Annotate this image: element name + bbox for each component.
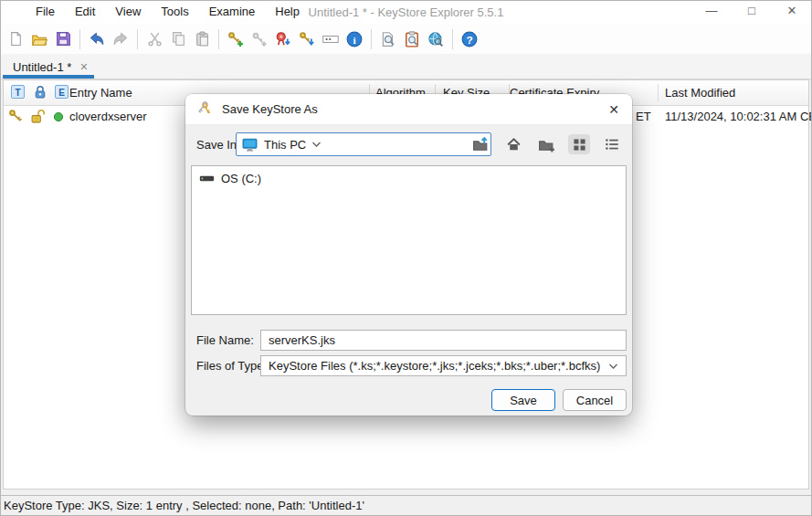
- gold-keys-plus-icon: [227, 31, 244, 47]
- last-modified-cell: 11/13/2024, 10:02:31 AM CET: [665, 106, 812, 128]
- list-view-button[interactable]: [601, 134, 623, 154]
- password-field-icon: [322, 32, 340, 47]
- sign-seal-button[interactable]: [271, 27, 295, 51]
- cancel-button-label: Cancel: [576, 394, 613, 407]
- help-icon: ?: [461, 31, 478, 47]
- dialog-title: Save KeyStore As: [222, 102, 318, 116]
- save-in-label: Save In:: [196, 138, 240, 152]
- import-key-pair-button[interactable]: [248, 27, 271, 51]
- set-password-button[interactable]: [319, 27, 343, 51]
- files-of-type-value: KeyStore Files (*.ks;*.keystore;*.jks;*.…: [269, 359, 600, 373]
- toolbar-separator: [79, 29, 80, 49]
- chevron-down-icon: [608, 363, 618, 370]
- examine-file-button[interactable]: [376, 27, 400, 51]
- dialog-toolbar: [469, 134, 623, 154]
- toolbar-separator: [371, 29, 372, 49]
- file-list-panel[interactable]: OS (C:): [191, 165, 627, 315]
- files-of-type-label: Files of Type:: [196, 359, 267, 373]
- properties-button[interactable]: i: [343, 27, 366, 51]
- cut-button[interactable]: [142, 27, 166, 51]
- grid-view-icon: [573, 138, 586, 152]
- grid-view-button[interactable]: [568, 134, 590, 154]
- tab-bar: Untitled-1 * ✕: [0, 54, 812, 79]
- close-button[interactable]: ✕: [772, 0, 812, 24]
- this-pc-monitor-icon: [242, 137, 258, 153]
- new-file-icon: [8, 31, 24, 47]
- svg-text:?: ?: [466, 33, 472, 46]
- copy-icon: [171, 31, 186, 47]
- toolbar-separator: [452, 29, 453, 49]
- column-divider: [658, 84, 659, 101]
- copy-button[interactable]: [166, 27, 190, 51]
- gold-keys-arrow-icon: [299, 31, 315, 47]
- paste-clipboard-icon: [195, 31, 210, 47]
- import-trusted-certificate-button[interactable]: [295, 27, 319, 51]
- home-button[interactable]: [502, 134, 524, 154]
- menu-bar: File Edit View Tools Examine Help: [26, 0, 310, 24]
- file-item-label: OS (C:): [221, 172, 261, 185]
- status-text: KeyStore Type: JKS, Size: 1 entry , Sele…: [4, 499, 364, 512]
- new-folder-button[interactable]: [535, 134, 557, 154]
- info-icon: i: [346, 31, 363, 47]
- cut-scissors-icon: [147, 31, 163, 47]
- menu-edit[interactable]: Edit: [65, 0, 105, 24]
- column-expiry-icon[interactable]: E: [55, 85, 69, 99]
- cancel-button[interactable]: Cancel: [563, 389, 627, 411]
- examine-ssl-button[interactable]: [424, 27, 448, 51]
- file-name-label: File Name:: [196, 333, 254, 347]
- save-button[interactable]: Save: [491, 389, 555, 411]
- file-name-input[interactable]: [260, 330, 627, 351]
- certificate-expiry-cell-fragment: ET: [636, 106, 651, 128]
- open-keystore-button[interactable]: [27, 27, 51, 51]
- menu-view[interactable]: View: [105, 0, 151, 24]
- save-in-combobox[interactable]: This PC: [236, 132, 491, 156]
- maximize-button[interactable]: □: [732, 0, 772, 24]
- up-folder-button[interactable]: [469, 134, 491, 154]
- examine-clipboard-icon: [404, 31, 420, 47]
- menu-help[interactable]: Help: [265, 0, 310, 24]
- save-button-label: Save: [510, 394, 537, 407]
- examine-file-icon: [380, 31, 396, 47]
- new-keystore-button[interactable]: [4, 27, 27, 51]
- svg-text:i: i: [353, 34, 355, 45]
- key-pair-entry-icon: [8, 109, 25, 125]
- chevron-down-icon: [311, 141, 322, 148]
- folder-plus-icon: [538, 137, 555, 153]
- status-bar: KeyStore Type: JKS, Size: 1 entry , Sele…: [0, 495, 812, 516]
- redo-icon: [112, 31, 129, 47]
- entry-name-cell: cloverdxserver: [69, 106, 147, 128]
- undo-icon: [89, 31, 105, 47]
- list-view-icon: [605, 137, 619, 152]
- save-in-value: This PC: [264, 138, 306, 152]
- toolbar-separator: [218, 29, 219, 49]
- hard-drive-icon: [199, 173, 215, 184]
- help-button[interactable]: ?: [458, 27, 481, 51]
- menu-tools[interactable]: Tools: [151, 0, 198, 24]
- paste-button[interactable]: [190, 27, 214, 51]
- column-type-icon[interactable]: T: [11, 85, 25, 99]
- file-item-os-c[interactable]: OS (C:): [192, 166, 626, 185]
- minimize-button[interactable]: —: [691, 0, 732, 24]
- tab-close-icon[interactable]: ✕: [79, 61, 88, 73]
- status-green-dot-icon: [53, 111, 64, 122]
- dialog-close-icon[interactable]: ✕: [596, 102, 632, 117]
- tab-label: Untitled-1 *: [13, 60, 71, 74]
- column-lock-icon[interactable]: [33, 85, 47, 100]
- gray-key-plus-icon: [251, 31, 268, 47]
- active-tab-underline: [3, 75, 94, 79]
- column-last-modified[interactable]: Last Modified: [665, 80, 735, 105]
- undo-button[interactable]: [85, 27, 109, 51]
- save-floppy-icon: [56, 31, 71, 47]
- redo-button[interactable]: [109, 27, 132, 51]
- examine-ssl-globe-icon: [427, 31, 444, 47]
- home-icon: [506, 137, 522, 153]
- menu-file[interactable]: File: [26, 0, 65, 24]
- examine-clipboard-button[interactable]: [400, 27, 424, 51]
- generate-key-pair-button[interactable]: [224, 27, 248, 51]
- menu-examine[interactable]: Examine: [199, 0, 266, 24]
- keys-icon: [196, 101, 213, 118]
- files-of-type-dropdown[interactable]: KeyStore Files (*.ks;*.keystore;*.jks;*.…: [260, 355, 627, 376]
- save-keystore-button[interactable]: [51, 27, 75, 51]
- toolbar-separator: [137, 29, 138, 49]
- column-entry-name[interactable]: Entry Name: [69, 80, 132, 105]
